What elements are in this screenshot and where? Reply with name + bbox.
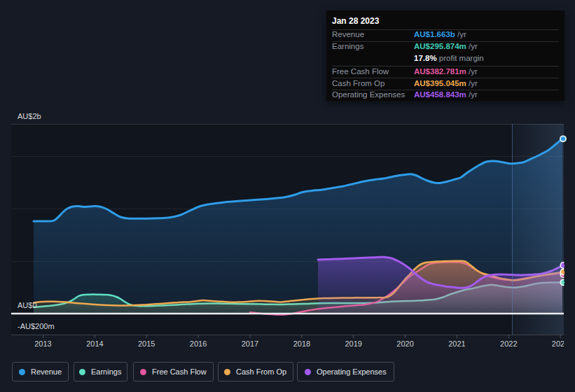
svg-text:2016: 2016 [190,340,207,348]
svg-text:2015: 2015 [138,340,155,348]
svg-text:2023: 2023 [552,340,569,348]
svg-text:2020: 2020 [396,340,413,348]
svg-text:2014: 2014 [86,340,103,348]
svg-text:AU$0: AU$0 [18,301,37,309]
svg-text:2021: 2021 [448,340,465,348]
svg-text:AU$2b: AU$2b [18,112,41,120]
svg-text:-AU$200m: -AU$200m [18,322,55,330]
svg-text:2018: 2018 [293,340,310,348]
svg-text:2017: 2017 [242,340,258,348]
svg-text:2019: 2019 [345,340,361,348]
svg-text:2013: 2013 [34,340,51,348]
svg-text:2022: 2022 [500,340,517,348]
